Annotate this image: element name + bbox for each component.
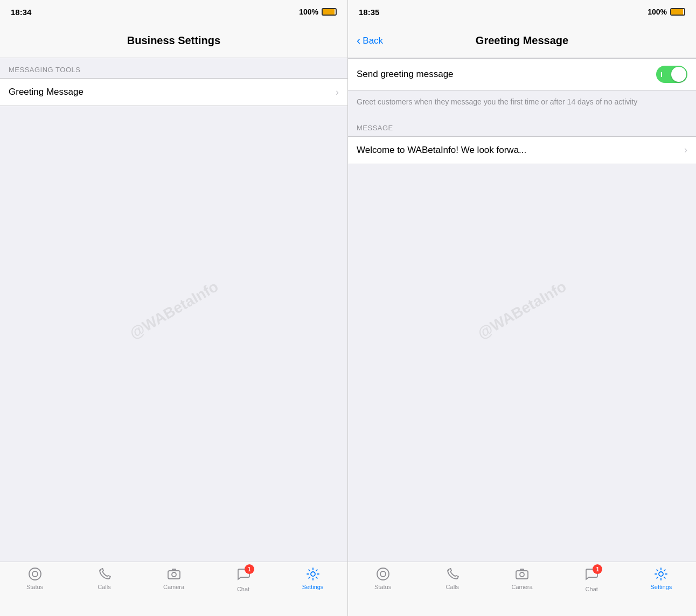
greeting-message-chevron: ›	[336, 87, 339, 98]
left-tab-status[interactable]: Status	[0, 566, 69, 590]
right-chat-badge: 1	[593, 564, 602, 574]
left-chat-badge: 1	[245, 564, 254, 574]
calls-icon	[97, 566, 112, 582]
left-section-header: MESSAGING TOOLS	[0, 58, 347, 78]
left-chat-icon-wrapper: 1	[236, 566, 251, 584]
right-tab-status[interactable]: Status	[348, 566, 417, 590]
svg-point-3	[172, 572, 176, 577]
message-preview-item[interactable]: Welcome to WABetaInfo! We look forwa... …	[348, 137, 696, 164]
toggle-knob	[671, 67, 686, 82]
right-tab-camera[interactable]: Camera	[487, 566, 556, 590]
left-battery-fill	[323, 9, 335, 15]
right-status-bar: 18:35 100%	[348, 0, 696, 24]
right-tab-bar: Status Calls Camera 1	[348, 562, 696, 616]
right-nav-bar: ‹ Back Greeting Message	[348, 24, 696, 58]
left-tab-camera[interactable]: Camera	[139, 566, 208, 590]
message-preview-chevron: ›	[684, 144, 687, 156]
left-tab-settings-label: Settings	[302, 584, 324, 590]
left-tab-camera-label: Camera	[163, 584, 184, 590]
greeting-message-label: Greeting Message	[9, 87, 83, 97]
right-chat-icon-wrapper: 1	[584, 566, 599, 584]
right-status-right: 100%	[648, 8, 685, 16]
svg-point-0	[29, 568, 41, 580]
right-settings-icon	[653, 566, 669, 582]
right-tab-calls-label: Calls	[446, 584, 459, 590]
right-watermark: @WABetaInfo	[475, 278, 569, 342]
left-list-group: Greeting Message ›	[0, 78, 347, 106]
right-battery-icon	[670, 8, 685, 16]
svg-point-1	[32, 571, 38, 577]
left-battery-icon	[322, 8, 337, 16]
left-watermark: @WABetaInfo	[127, 278, 221, 342]
right-section-header: MESSAGE	[348, 116, 696, 136]
left-content: @WABetaInfo MESSAGING TOOLS Greeting Mes…	[0, 58, 347, 562]
right-camera-icon	[514, 566, 530, 582]
right-page-title: Greeting Message	[476, 34, 568, 47]
right-time: 18:35	[359, 8, 379, 17]
greeting-toggle[interactable]: I	[656, 66, 687, 83]
left-tab-chat[interactable]: 1 Chat	[208, 566, 278, 592]
left-tab-calls-label: Calls	[98, 584, 110, 590]
send-greeting-row: Send greeting message I	[348, 59, 696, 90]
back-chevron-icon: ‹	[357, 35, 360, 47]
left-tab-bar: Status Calls Camera 1	[0, 562, 347, 616]
left-panel: 18:34 100% Business Settings @WABetaInfo…	[0, 0, 348, 616]
left-time: 18:34	[11, 8, 31, 17]
right-tab-chat-label: Chat	[586, 586, 598, 592]
greeting-message-item[interactable]: Greeting Message ›	[0, 79, 347, 106]
settings-icon	[305, 566, 321, 582]
right-content: @WABetaInfo Send greeting message I Gree…	[348, 58, 696, 562]
left-page-title: Business Settings	[127, 34, 220, 47]
left-tab-settings[interactable]: Settings	[278, 566, 347, 590]
right-tab-settings[interactable]: Settings	[627, 566, 696, 590]
svg-point-6	[380, 571, 386, 577]
status-icon	[27, 566, 43, 582]
message-preview-text: Welcome to WABetaInfo! We look forwa...	[357, 145, 526, 156]
left-tab-status-label: Status	[26, 584, 43, 590]
right-tab-calls[interactable]: Calls	[417, 566, 487, 590]
right-tab-settings-label: Settings	[651, 584, 672, 590]
left-tab-calls[interactable]: Calls	[69, 566, 139, 590]
svg-point-5	[377, 568, 389, 580]
left-status-bar: 18:34 100%	[0, 0, 347, 24]
svg-point-8	[520, 572, 524, 577]
svg-point-4	[311, 572, 315, 576]
right-calls-icon	[445, 566, 460, 582]
right-battery-fill	[671, 9, 683, 15]
left-battery-pct: 100%	[299, 8, 318, 16]
svg-point-9	[659, 572, 663, 576]
right-tab-status-label: Status	[374, 584, 391, 590]
right-tab-camera-label: Camera	[511, 584, 532, 590]
back-label: Back	[363, 36, 383, 46]
left-nav-bar: Business Settings	[0, 24, 347, 58]
right-panel: 18:35 100% ‹ Back Greeting Message @WABe…	[348, 0, 696, 616]
greeting-description: Greet customers when they message you th…	[348, 90, 696, 116]
send-greeting-label: Send greeting message	[357, 69, 454, 80]
left-tab-chat-label: Chat	[237, 586, 249, 592]
toggle-on-label: I	[660, 71, 663, 79]
message-list-group: Welcome to WABetaInfo! We look forwa... …	[348, 136, 696, 164]
left-status-right: 100%	[299, 8, 337, 16]
right-battery-pct: 100%	[648, 8, 667, 16]
right-status-icon	[375, 566, 391, 582]
toggle-section: Send greeting message I	[348, 58, 696, 90]
back-button[interactable]: ‹ Back	[357, 35, 383, 47]
camera-icon	[166, 566, 182, 582]
right-tab-chat[interactable]: 1 Chat	[557, 566, 627, 592]
